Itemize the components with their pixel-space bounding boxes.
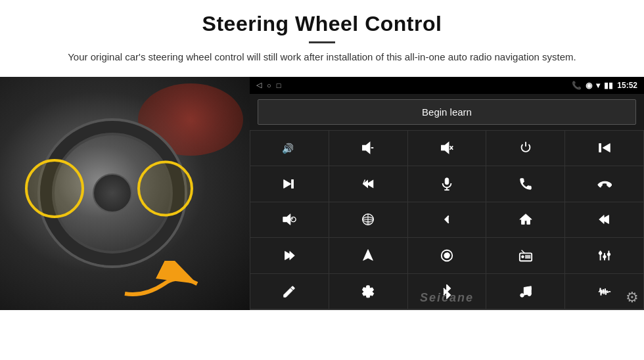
svg-marker-26 (599, 215, 603, 224)
right-button-highlight (137, 160, 193, 216)
settings2-button[interactable] (329, 274, 407, 309)
back-icon: ◁ (256, 81, 262, 89)
steering-wheel-image (0, 77, 250, 310)
svg-marker-29 (363, 250, 373, 261)
content-area: ◁ ○ □ 📞 ◉ ▾ ▮▮ 15:52 Begin learn (0, 77, 644, 361)
vol-down-button[interactable] (329, 131, 407, 166)
svg-point-45 (520, 293, 524, 297)
music-button[interactable] (486, 274, 564, 309)
page-title: Steering Wheel Control (39, 12, 605, 36)
title-divider (309, 41, 335, 43)
location-icon: ◉ (586, 81, 592, 90)
svg-marker-28 (290, 252, 294, 260)
home-nav-button[interactable] (486, 202, 564, 238)
svg-rect-8 (599, 144, 601, 152)
skip-backward-button[interactable] (329, 166, 407, 202)
power-button[interactable] (486, 131, 564, 166)
header-section: Steering Wheel Control Your original car… (0, 0, 644, 70)
prev-track-button[interactable] (565, 131, 643, 166)
bluetooth-button[interactable] (408, 274, 486, 309)
android-panel: ◁ ○ □ 📞 ◉ ▾ ▮▮ 15:52 Begin learn (250, 77, 644, 310)
svg-line-59 (605, 292, 606, 295)
vol-up-button[interactable]: 🔊 (250, 131, 329, 166)
svg-line-56 (604, 292, 605, 294)
begin-learn-button[interactable]: Begin learn (258, 99, 636, 125)
svg-point-42 (603, 256, 606, 259)
prev-chapter-button[interactable] (565, 202, 643, 238)
status-bar-right: 📞 ◉ ▾ ▮▮ 15:52 (572, 81, 637, 90)
direction-arrow (118, 261, 184, 294)
controls-grid: 🔊 (250, 130, 644, 310)
battery-icon: ▮▮ (604, 81, 613, 90)
phone-call-button[interactable] (486, 166, 564, 202)
wifi-icon: ▾ (596, 81, 600, 90)
left-button-highlight (25, 159, 84, 218)
svg-text:🔊: 🔊 (282, 143, 294, 154)
svg-marker-4 (442, 143, 449, 154)
navigate-button[interactable] (329, 238, 407, 273)
svg-marker-9 (284, 179, 291, 188)
source-button[interactable] (408, 238, 486, 273)
svg-text:360°: 360° (366, 222, 372, 225)
svg-line-62 (607, 292, 608, 293)
status-time: 15:52 (617, 81, 637, 90)
svg-point-43 (607, 253, 610, 256)
begin-learn-row: Begin learn (250, 94, 644, 130)
page-wrapper: Steering Wheel Control Your original car… (0, 0, 644, 360)
steering-wheel-center (93, 173, 132, 213)
svg-line-53 (602, 292, 603, 294)
svg-point-46 (528, 292, 532, 296)
next-chapter-button[interactable] (250, 238, 329, 273)
recents-icon: □ (277, 81, 281, 89)
svg-marker-7 (603, 144, 610, 152)
svg-point-33 (521, 256, 524, 258)
settings-gear-icon[interactable]: ⚙ (626, 289, 639, 306)
phone-icon: 📞 (572, 81, 582, 90)
svg-line-19 (292, 219, 293, 220)
equalizer-button[interactable] (565, 238, 643, 273)
svg-rect-10 (292, 179, 294, 188)
svg-rect-14 (445, 178, 449, 185)
status-bar-left: ◁ ○ □ (256, 81, 281, 89)
svg-marker-2 (363, 143, 370, 154)
mic-button[interactable] (408, 166, 486, 202)
svg-point-18 (291, 217, 296, 222)
pen-button[interactable] (250, 274, 329, 309)
svg-point-41 (599, 252, 602, 255)
skip-forward-button[interactable] (250, 166, 329, 202)
home-circle-icon: ○ (267, 81, 271, 89)
status-bar: ◁ ○ □ 📞 ◉ ▾ ▮▮ 15:52 (250, 77, 644, 94)
steering-bg (0, 77, 250, 310)
subtitle-text: Your original car's steering wheel contr… (53, 50, 591, 65)
back-nav-button[interactable] (408, 202, 486, 238)
radio-button[interactable] (486, 238, 564, 273)
hang-up-button[interactable] (565, 166, 643, 202)
360-cam-button[interactable]: 360° (329, 202, 407, 238)
svg-marker-17 (283, 214, 290, 225)
speaker-button[interactable] (250, 202, 329, 238)
mute-button[interactable] (408, 131, 486, 166)
